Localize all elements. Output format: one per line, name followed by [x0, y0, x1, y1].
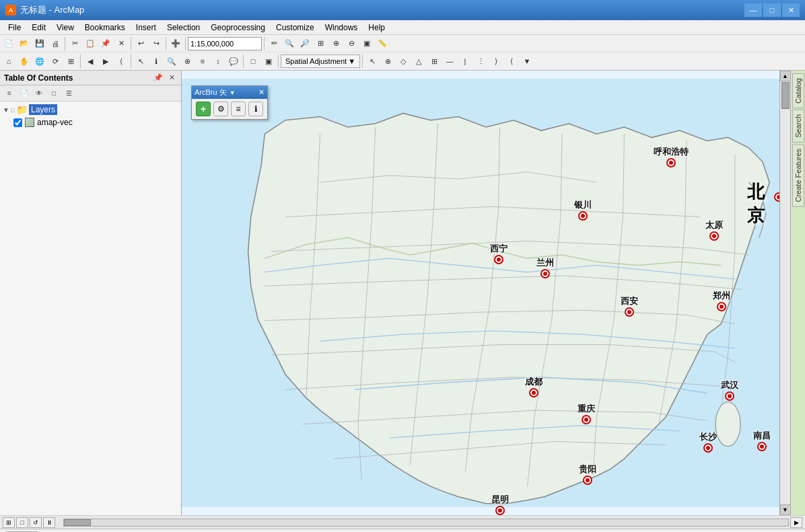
city-xining[interactable]: 西宁 [490, 243, 508, 264]
data-view[interactable]: ▣ [261, 54, 276, 69]
city-lanzhou[interactable]: 兰州 [536, 257, 554, 278]
toc-list-by-selection[interactable]: □ [47, 87, 61, 100]
nav-right-btn[interactable]: ▶ [790, 517, 802, 528]
sa-grid[interactable]: ⊞ [427, 54, 442, 69]
find-route[interactable]: ⊕ [180, 54, 195, 69]
city-huhhot[interactable]: 呼和浩特 [654, 146, 689, 167]
scrollbar-thumb[interactable] [781, 82, 790, 109]
redo-button[interactable]: ↪ [149, 36, 164, 51]
create-features-tab[interactable]: Create Features [792, 144, 804, 206]
city-changsha[interactable]: 长沙 [699, 431, 717, 453]
pan-map[interactable]: ✋ [17, 54, 32, 69]
full-extent[interactable]: ⊞ [313, 36, 328, 51]
sa-tool8[interactable]: ⟨ [504, 54, 519, 69]
map-area[interactable]: ArcBru 矢 ▼ ✕ + ⚙ ≡ ℹ 呼和浩特 北京 银川 [182, 71, 790, 515]
sa-tool2[interactable]: ◇ [396, 54, 411, 69]
arc-add-button[interactable]: + [196, 102, 211, 116]
map-tips[interactable]: 💬 [226, 54, 241, 69]
print-button[interactable]: 🖨 [48, 36, 63, 51]
menu-customize[interactable]: Customize [271, 22, 320, 34]
attributes-btn[interactable]: ≡ [195, 54, 210, 69]
arc-settings-icon[interactable]: ⚙ [213, 102, 228, 116]
new-button[interactable]: 📄 [1, 36, 16, 51]
toc-group-layers[interactable]: ▼ □ 📁 Layers [0, 103, 181, 116]
menu-view[interactable]: View [51, 22, 79, 34]
spatial-adjustment-dropdown[interactable]: Spatial Adjustment ▼ [281, 54, 360, 68]
swipe-btn[interactable]: ↕ [211, 54, 225, 69]
fixed-zoom-in[interactable]: ⊕ [328, 36, 343, 51]
sa-tool1[interactable]: ⊕ [380, 54, 395, 69]
sa-tool7[interactable]: ⟩ [489, 54, 503, 69]
undo-button[interactable]: ↩ [133, 36, 148, 51]
nav-refresh-btn[interactable]: ↺ [30, 517, 42, 528]
layout-view[interactable]: □ [246, 54, 260, 69]
paste-button[interactable]: 📌 [98, 36, 113, 51]
toc-options[interactable]: ☰ [62, 87, 75, 100]
window-controls[interactable]: — □ ✕ [744, 3, 800, 17]
catalog-tab[interactable]: Catalog [792, 73, 804, 108]
close-button[interactable]: ✕ [782, 3, 800, 17]
toc-header-controls[interactable]: 📌 ✕ [153, 73, 177, 83]
map-scrollbar[interactable]: ▲ ▼ [779, 71, 790, 515]
toc-close-button[interactable]: ✕ [166, 73, 177, 83]
globe-btn[interactable]: 🌐 [32, 54, 47, 69]
cut-button[interactable]: ✂ [67, 36, 82, 51]
sa-tool6[interactable]: ⋮ [473, 54, 488, 69]
menu-geoprocessing[interactable]: Geoprocessing [205, 22, 271, 34]
city-yinchuan[interactable]: 银川 [574, 199, 592, 221]
sa-dropdown2[interactable]: ▼ [520, 54, 534, 69]
minimize-button[interactable]: — [744, 3, 762, 17]
sa-tool4[interactable]: — [442, 54, 457, 69]
search-tab[interactable]: Search [792, 110, 804, 143]
zoom-out[interactable]: 🔎 [298, 36, 312, 51]
arc-popup-dropdown[interactable]: ▼ [230, 89, 236, 96]
menu-bookmarks[interactable]: Bookmarks [79, 22, 131, 34]
menu-file[interactable]: File [3, 22, 26, 34]
maximize-button[interactable]: □ [763, 3, 781, 17]
arc-popup-close-button[interactable]: ✕ [258, 88, 265, 97]
toc-list-by-visibility[interactable]: 👁 [32, 87, 46, 100]
layer-visibility-checkbox[interactable] [13, 118, 22, 127]
toc-pin-button[interactable]: 📌 [153, 73, 164, 83]
city-zhengzhou[interactable]: 郑州 [713, 290, 730, 311]
save-button[interactable]: 💾 [32, 36, 47, 51]
toc-list-by-source[interactable]: 📄 [18, 87, 31, 100]
city-chongqing[interactable]: 重庆 [578, 403, 595, 424]
menu-edit[interactable]: Edit [26, 22, 51, 34]
city-wuhan[interactable]: 武汉 [721, 379, 738, 401]
city-xian[interactable]: 西安 [621, 295, 638, 317]
prev-ext[interactable]: ⟨ [114, 54, 129, 69]
scroll-down-arrow[interactable]: ▼ [780, 504, 791, 515]
arc-info-icon[interactable]: ℹ [248, 102, 263, 116]
menu-selection[interactable]: Selection [162, 22, 205, 34]
grid-btn[interactable]: ⊞ [63, 54, 78, 69]
toc-layer-amap[interactable]: amap-vec [0, 116, 181, 128]
sa-cursor[interactable]: ↖ [365, 54, 380, 69]
zoom-in[interactable]: 🔍 [282, 36, 297, 51]
scroll-up-arrow[interactable]: ▲ [780, 71, 791, 81]
nav-grid-btn[interactable]: ⊞ [3, 517, 15, 528]
arc-layers-icon[interactable]: ≡ [231, 102, 246, 116]
city-taiyuan[interactable]: 太原 [705, 219, 723, 241]
toc-list-by-drawing[interactable]: ≡ [3, 87, 16, 100]
select-cursor[interactable]: ↖ [133, 54, 148, 69]
nav-pause-btn[interactable]: ⏸ [43, 517, 55, 528]
sa-tool5[interactable]: | [458, 54, 473, 69]
measure-btn[interactable]: 📏 [375, 36, 390, 51]
search-features[interactable]: 🔍 [164, 54, 179, 69]
delete-button[interactable]: ✕ [114, 36, 129, 51]
open-button[interactable]: 📂 [17, 36, 32, 51]
city-kunming[interactable]: 昆明 [491, 494, 509, 515]
back-btn[interactable]: ◀ [83, 54, 98, 69]
fixed-zoom-out[interactable]: ⊖ [344, 36, 359, 51]
select-btn[interactable]: ▣ [359, 36, 374, 51]
h-scrollbar-thumb[interactable] [64, 519, 91, 526]
horizontal-scrollbar[interactable] [63, 519, 789, 527]
city-nanchang[interactable]: 南昌 [753, 430, 771, 451]
city-chengdu[interactable]: 成都 [525, 376, 542, 397]
identify-btn[interactable]: ℹ [149, 54, 164, 69]
add-data-button[interactable]: ➕ [168, 36, 183, 51]
nav-layer-btn[interactable]: □ [16, 517, 28, 528]
menu-insert[interactable]: Insert [131, 22, 162, 34]
copy-button[interactable]: 📋 [83, 36, 98, 51]
